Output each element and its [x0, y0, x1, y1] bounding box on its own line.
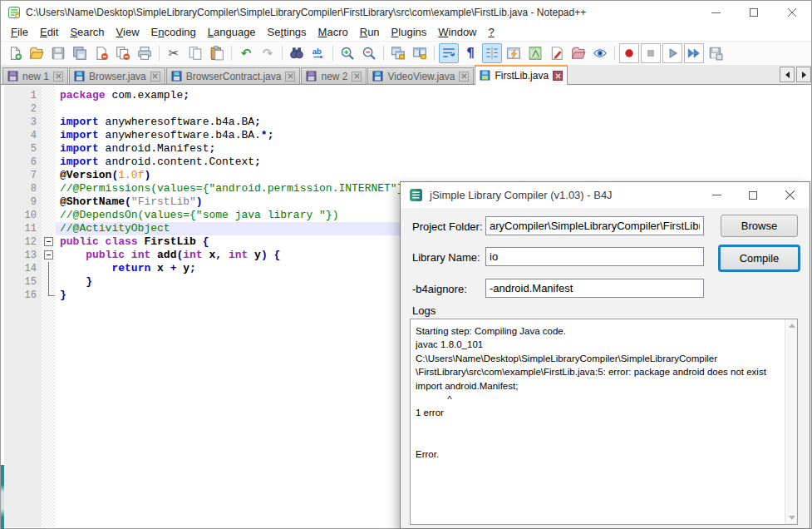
tab-label: new 1: [22, 71, 49, 82]
close-button[interactable]: [773, 1, 811, 24]
toolbar-print-button[interactable]: [135, 43, 155, 63]
line-number: 13: [4, 249, 37, 262]
logs-panel[interactable]: Starting step: Compiling Java code. java…: [410, 319, 798, 525]
file-active-icon: [480, 70, 491, 82]
arrow-up-icon: [789, 324, 795, 328]
toolbar-close-all-button[interactable]: [113, 43, 133, 63]
menu-file[interactable]: File: [5, 24, 34, 41]
notepadpp-app-icon: [7, 6, 21, 19]
maximize-button[interactable]: [735, 1, 773, 24]
tab-close-button[interactable]: [150, 72, 160, 82]
b4aignore-label: -b4aignore:: [412, 283, 467, 295]
print-icon: [137, 46, 152, 61]
toolbar-separator: [614, 46, 615, 61]
menu-macro[interactable]: Macro: [312, 24, 354, 41]
tab-browsercontract-java[interactable]: BrowserContract.java: [166, 67, 301, 84]
tab-firstlib-java[interactable]: FirstLib.java: [475, 65, 568, 85]
toolbar-close-button[interactable]: [91, 43, 111, 63]
code-text: //@ActivityObject: [60, 222, 170, 235]
toolbar-word-wrap-button[interactable]: [439, 43, 459, 63]
window-titlebar: C:\Users\Name\Desktop\SimpleLibraryCompi…: [1, 1, 811, 24]
tab-close-button[interactable]: [285, 72, 295, 82]
menu-?[interactable]: ?: [483, 24, 500, 41]
scroll-up-button[interactable]: [785, 319, 798, 332]
toolbar-folder-workspace-button[interactable]: [568, 43, 588, 63]
logs-scrollbar[interactable]: [785, 319, 797, 524]
menu-edit[interactable]: Edit: [34, 24, 64, 41]
zoom-in-icon: [340, 46, 355, 61]
code-line: 2: [2, 102, 810, 116]
dialog-close-button[interactable]: [771, 182, 808, 208]
toolbar-cut-button[interactable]: ✂: [164, 43, 184, 63]
dialog-maximize-button[interactable]: [735, 182, 771, 208]
tab-new-1[interactable]: new 1: [2, 67, 68, 84]
minimize-icon: [712, 195, 721, 195]
toolbar-macro-save-button[interactable]: [706, 43, 726, 63]
menu-window[interactable]: Window: [432, 24, 482, 41]
tab-close-button[interactable]: [352, 72, 362, 82]
tab-bar: new 1Browser.javaBrowserContract.javanew…: [1, 65, 811, 85]
toolbar-open-folder-button[interactable]: [27, 43, 47, 63]
toolbar-monitoring-button[interactable]: [590, 43, 610, 63]
toolbar-zoom-in-button[interactable]: [337, 43, 357, 63]
toolbar-macro-record-button[interactable]: [619, 43, 639, 63]
toolbar-function-list-button[interactable]: [504, 43, 524, 63]
toolbar-undo-button[interactable]: ↶: [236, 43, 256, 63]
tab-label: new 2: [321, 71, 347, 82]
undo-icon: ↶: [241, 47, 252, 60]
tab-browser-java[interactable]: Browser.java: [69, 67, 165, 84]
tab-videoview-java[interactable]: VideoView.java: [367, 67, 474, 84]
fold-collapse-icon[interactable]: [44, 250, 53, 260]
tab-scroll-left-button[interactable]: [780, 67, 795, 82]
menu-language[interactable]: Language: [202, 24, 262, 41]
browse-button[interactable]: Browse: [721, 215, 798, 237]
toolbar-macro-play-button[interactable]: [662, 43, 682, 63]
line-number: 12: [4, 235, 37, 249]
toolbar-zoom-out-button[interactable]: [359, 43, 379, 63]
menu-encoding[interactable]: Encoding: [145, 24, 202, 41]
tab-close-button[interactable]: [459, 72, 469, 82]
toolbar-redo-button[interactable]: ↷: [258, 43, 278, 63]
folder-workspace-icon: [571, 46, 586, 61]
toolbar-sync-horizontal-button[interactable]: [410, 43, 430, 63]
compile-button[interactable]: Compile: [718, 245, 800, 272]
line-number: 9: [4, 195, 37, 209]
toolbar-document-switcher-button[interactable]: [547, 43, 567, 63]
toolbar-document-map-button[interactable]: [525, 43, 545, 63]
toolbar-save-all-button[interactable]: [70, 43, 90, 63]
b4aignore-input[interactable]: [485, 279, 704, 298]
dialog-minimize-button[interactable]: [698, 182, 735, 208]
menu-view[interactable]: View: [111, 24, 145, 41]
toolbar-indent-guide-button[interactable]: [482, 43, 502, 63]
save-all-icon: [72, 46, 87, 61]
tab-scroll-right-button[interactable]: [796, 67, 811, 82]
toolbar-macro-run-multiple-button[interactable]: [684, 43, 704, 63]
library-name-input[interactable]: [485, 247, 704, 266]
minimize-button[interactable]: [696, 1, 735, 24]
tab-close-button[interactable]: [553, 71, 563, 81]
toolbar-sync-vertical-button[interactable]: [388, 43, 408, 63]
toolbar-save-button[interactable]: [48, 43, 68, 63]
tab-new-2[interactable]: new 2: [301, 67, 367, 84]
toolbar-paste-button[interactable]: [207, 43, 227, 63]
toolbar-replace-button[interactable]: ab: [308, 43, 328, 63]
line-number: 8: [4, 182, 37, 195]
toolbar-find-button[interactable]: [287, 43, 307, 63]
project-folder-input[interactable]: [485, 216, 704, 235]
menu-run[interactable]: Run: [354, 24, 386, 41]
fold-collapse-icon[interactable]: [44, 237, 53, 246]
toolbar-copy-button[interactable]: [185, 43, 205, 63]
new-file-icon: [7, 46, 22, 61]
menu-search[interactable]: Search: [64, 24, 110, 41]
toolbar-show-all-chars-button[interactable]: ¶: [460, 43, 480, 63]
menu-plugins[interactable]: Plugins: [386, 24, 433, 41]
menu-settings[interactable]: Settings: [262, 24, 312, 41]
toolbar-new-file-button[interactable]: [5, 43, 25, 63]
word-wrap-icon: [441, 46, 456, 61]
scroll-down-button[interactable]: [785, 512, 798, 524]
toolbar-macro-stop-button[interactable]: [641, 43, 661, 63]
tab-close-button[interactable]: [53, 72, 63, 82]
function-list-icon: [506, 46, 521, 61]
fold-guide: [48, 262, 49, 275]
window-title: C:\Users\Name\Desktop\SimpleLibraryCompi…: [26, 7, 586, 18]
